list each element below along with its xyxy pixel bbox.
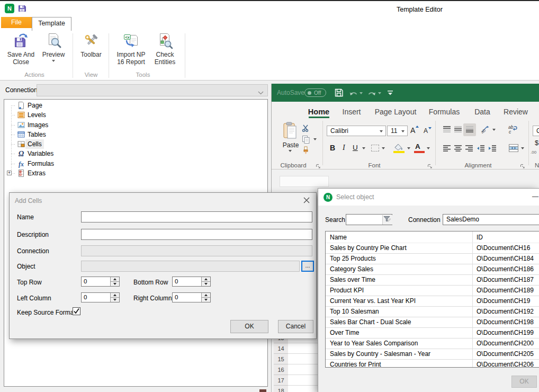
table-row[interactable]: Current Year vs. Last Year KPIO\Document… — [326, 296, 539, 307]
table-row[interactable]: Category SalesO\Document\CH186 — [326, 264, 539, 275]
table-row[interactable]: Top 25 ProductsO\Document\CH184 — [326, 254, 539, 264]
stepper-up[interactable] — [201, 293, 210, 298]
excel-tab-data[interactable]: Data — [474, 108, 490, 116]
excel-tab-formulas[interactable]: Formulas — [429, 108, 460, 116]
import-np16-button[interactable]: <x Import NP16 Report — [112, 32, 150, 66]
toolbar-button[interactable]: Toolbar — [76, 32, 106, 58]
tree-item-extras[interactable]: Extras — [4, 168, 163, 178]
keep-source-formats-checkbox[interactable] — [73, 307, 80, 315]
tab-file[interactable]: File — [1, 17, 32, 28]
table-row[interactable]: Sales by Country - Salesman - YearO\Docu… — [326, 349, 539, 360]
font-color-dropdown-caret[interactable] — [427, 147, 430, 149]
align-middle-icon[interactable] — [454, 126, 462, 133]
tree-item-cells[interactable]: Cells — [4, 139, 163, 149]
merge-center-icon[interactable] — [509, 144, 518, 154]
row-header[interactable]: 16 — [274, 364, 288, 375]
description-input[interactable] — [81, 229, 312, 240]
stepper-up[interactable] — [110, 293, 119, 298]
orientation-icon[interactable]: ab — [480, 125, 490, 135]
tree-item-images[interactable]: Images — [4, 120, 163, 130]
cut-icon[interactable] — [301, 124, 310, 133]
copy-icon[interactable] — [302, 135, 310, 146]
stepper-down[interactable] — [110, 298, 119, 302]
table-row[interactable]: Product KPIO\Document\CH189 — [326, 286, 539, 296]
undo-dropdown-caret[interactable] — [360, 92, 363, 94]
table-row[interactable]: Sales over TimeO\Document\CH187 — [326, 275, 539, 286]
preview-button[interactable]: Preview — [39, 32, 68, 62]
table-row[interactable]: Sales by Country Pie ChartO\Document\CH1… — [326, 243, 539, 254]
tree-expand-icon[interactable]: + — [7, 171, 12, 175]
borders-icon[interactable] — [371, 145, 379, 152]
font-color-icon[interactable]: A — [415, 142, 420, 150]
right-column-stepper[interactable]: 0 — [172, 292, 211, 302]
save-and-close-button[interactable]: Save AndClose — [6, 32, 36, 66]
decrease-indent-icon[interactable] — [477, 145, 485, 152]
table-row[interactable]: Top 10 SalesmanO\Document\CH192 — [326, 307, 539, 317]
stepper-down[interactable] — [201, 298, 210, 302]
excel-tab-insert[interactable]: Insert — [342, 108, 361, 116]
row-header[interactable]: 17 — [274, 375, 288, 386]
row-header[interactable]: 14 — [274, 343, 288, 354]
excel-tab-review[interactable]: Review — [504, 108, 528, 116]
decimal-icon[interactable]: .00 — [531, 150, 536, 155]
number-format-combobox[interactable]: Ge — [533, 126, 539, 136]
tree-item-levels[interactable]: Levels — [4, 110, 163, 120]
tab-template[interactable]: Template — [32, 17, 71, 31]
tree-item-page[interactable]: Page — [4, 101, 163, 110]
ok-button[interactable]: OK — [230, 320, 268, 333]
align-top-icon[interactable] — [443, 126, 451, 133]
filter-icon[interactable] — [382, 215, 392, 225]
align-center-icon[interactable] — [454, 145, 462, 152]
increase-indent-icon[interactable] — [488, 145, 497, 152]
top-row-stepper[interactable]: 0 — [81, 277, 120, 287]
underline-dropdown-caret[interactable] — [362, 147, 365, 149]
redo-icon[interactable] — [367, 90, 376, 99]
bold-button[interactable]: B — [330, 144, 335, 152]
stepper-up[interactable] — [201, 277, 210, 282]
stepper-down[interactable] — [110, 282, 119, 287]
row-header[interactable]: 15 — [274, 354, 288, 364]
tree-item-formulas[interactable]: fxFormulas — [4, 159, 163, 168]
quick-access-customize-icon[interactable] — [388, 90, 393, 97]
align-right-icon[interactable] — [465, 145, 473, 152]
fill-dropdown-caret[interactable] — [407, 147, 410, 149]
paste-icon[interactable] — [283, 122, 297, 141]
browse-object-button[interactable]: ... — [301, 261, 314, 272]
excel-save-icon[interactable] — [334, 87, 344, 100]
orientation-dropdown-caret[interactable] — [492, 129, 496, 131]
check-entities-button[interactable]: CheckEntities — [150, 32, 180, 66]
copy-dropdown-caret[interactable] — [313, 138, 317, 140]
align-left-icon[interactable] — [443, 145, 451, 152]
stepper-down[interactable] — [201, 282, 210, 287]
left-column-stepper[interactable]: 0 — [81, 292, 120, 302]
stepper-up[interactable] — [110, 277, 119, 282]
paste-dropdown-caret[interactable] — [289, 150, 292, 152]
excel-tab-page-layout[interactable]: Page Layout — [375, 108, 417, 116]
wrap-text-icon[interactable]: abc — [508, 124, 518, 136]
bottom-row-stepper[interactable]: 0 — [172, 277, 211, 287]
shrink-font-button[interactable]: A — [424, 127, 428, 135]
tree-item-variables[interactable]: ΩVariables — [4, 149, 163, 158]
excel-tab-home[interactable]: Home — [308, 108, 329, 116]
font-name-combobox[interactable]: Calibri — [327, 126, 386, 136]
borders-dropdown-caret[interactable] — [382, 147, 385, 149]
name-box[interactable] — [280, 176, 329, 187]
close-icon[interactable] — [303, 197, 310, 203]
underline-button[interactable]: U — [353, 144, 358, 152]
format-painter-icon[interactable] — [302, 146, 310, 156]
table-row[interactable]: Sales Bar Chart - Dual ScaleO\Document\C… — [326, 317, 539, 328]
paste-label[interactable]: Paste — [279, 141, 302, 149]
merge-dropdown-caret[interactable] — [521, 147, 524, 149]
table-header[interactable]: Name ID — [326, 231, 539, 243]
font-size-combobox[interactable]: 11 — [387, 126, 408, 136]
row-header[interactable]: 18 — [274, 386, 288, 392]
name-input[interactable] — [81, 211, 312, 222]
connection-combobox[interactable]: SalesDemo — [443, 214, 539, 225]
search-input[interactable] — [346, 214, 392, 225]
table-row[interactable]: Over TimeO\Document\CH199 — [326, 328, 539, 338]
ok-button-disabled[interactable]: OK — [511, 376, 537, 388]
save-icon[interactable] — [17, 4, 27, 13]
undo-icon[interactable] — [349, 90, 358, 99]
tree-item-tables[interactable]: Tables — [4, 130, 163, 139]
minimize-icon[interactable]: — — [532, 193, 538, 200]
